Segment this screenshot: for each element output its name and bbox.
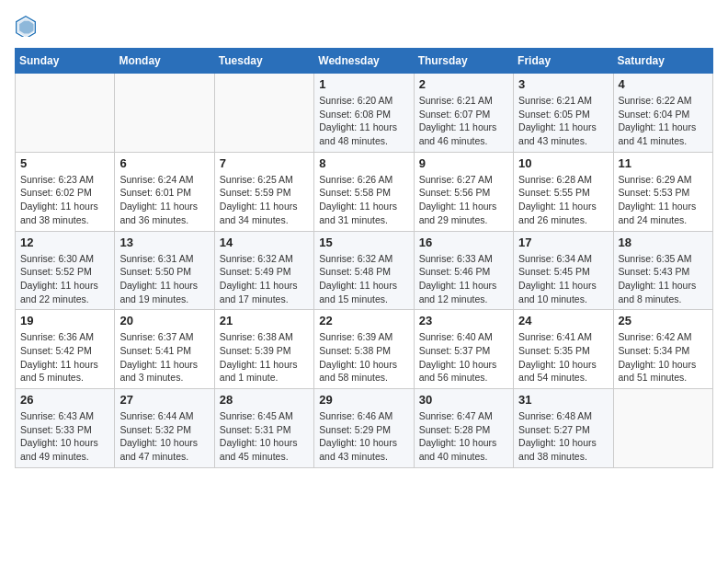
day-info: Sunrise: 6:20 AM Sunset: 6:08 PM Dayligh… xyxy=(319,94,408,148)
calendar-cell: 5Sunrise: 6:23 AM Sunset: 6:02 PM Daylig… xyxy=(16,152,115,231)
calendar-cell: 30Sunrise: 6:47 AM Sunset: 5:28 PM Dayli… xyxy=(414,389,513,468)
day-info: Sunrise: 6:46 AM Sunset: 5:29 PM Dayligh… xyxy=(319,409,408,464)
day-info: Sunrise: 6:47 AM Sunset: 5:28 PM Dayligh… xyxy=(419,409,508,464)
day-info: Sunrise: 6:24 AM Sunset: 6:01 PM Dayligh… xyxy=(119,173,209,227)
calendar-cell: 13Sunrise: 6:31 AM Sunset: 5:50 PM Dayli… xyxy=(115,231,214,310)
day-number: 16 xyxy=(419,236,508,249)
day-number: 8 xyxy=(319,156,408,170)
day-info: Sunrise: 6:44 AM Sunset: 5:32 PM Dayligh… xyxy=(119,409,209,464)
calendar-cell: 11Sunrise: 6:29 AM Sunset: 5:53 PM Dayli… xyxy=(613,152,712,231)
day-info: Sunrise: 6:31 AM Sunset: 5:50 PM Dayligh… xyxy=(119,252,209,306)
column-header-friday: Friday xyxy=(514,49,613,74)
calendar-cell: 26Sunrise: 6:43 AM Sunset: 5:33 PM Dayli… xyxy=(16,389,115,468)
day-number: 29 xyxy=(319,393,408,407)
day-number: 5 xyxy=(20,156,109,170)
day-info: Sunrise: 6:39 AM Sunset: 5:38 PM Dayligh… xyxy=(319,330,408,385)
day-info: Sunrise: 6:30 AM Sunset: 5:52 PM Dayligh… xyxy=(20,252,109,306)
day-number: 31 xyxy=(518,393,608,407)
calendar-table: SundayMondayTuesdayWednesdayThursdayFrid… xyxy=(15,48,713,468)
calendar-cell: 23Sunrise: 6:40 AM Sunset: 5:37 PM Dayli… xyxy=(414,310,513,389)
day-number: 20 xyxy=(119,314,209,327)
calendar-cell: 27Sunrise: 6:44 AM Sunset: 5:32 PM Dayli… xyxy=(115,389,214,468)
column-header-saturday: Saturday xyxy=(613,49,712,74)
calendar-week-row: 26Sunrise: 6:43 AM Sunset: 5:33 PM Dayli… xyxy=(16,389,713,468)
day-number: 2 xyxy=(419,77,508,91)
day-info: Sunrise: 6:21 AM Sunset: 6:07 PM Dayligh… xyxy=(419,94,508,148)
day-info: Sunrise: 6:32 AM Sunset: 5:48 PM Dayligh… xyxy=(319,252,408,306)
calendar-cell: 22Sunrise: 6:39 AM Sunset: 5:38 PM Dayli… xyxy=(314,310,414,389)
day-number: 1 xyxy=(319,77,408,91)
day-number: 12 xyxy=(20,236,109,249)
day-number: 10 xyxy=(518,156,608,170)
day-number: 13 xyxy=(119,236,209,249)
day-number: 6 xyxy=(119,156,209,170)
calendar-cell: 4Sunrise: 6:22 AM Sunset: 6:04 PM Daylig… xyxy=(613,74,712,153)
calendar-week-row: 12Sunrise: 6:30 AM Sunset: 5:52 PM Dayli… xyxy=(16,231,713,310)
day-number: 26 xyxy=(20,393,109,407)
column-header-wednesday: Wednesday xyxy=(314,49,414,74)
calendar-cell: 24Sunrise: 6:41 AM Sunset: 5:35 PM Dayli… xyxy=(514,310,613,389)
calendar-cell: 18Sunrise: 6:35 AM Sunset: 5:43 PM Dayli… xyxy=(613,231,712,310)
day-info: Sunrise: 6:32 AM Sunset: 5:49 PM Dayligh… xyxy=(220,252,309,306)
day-number: 19 xyxy=(20,314,109,327)
day-number: 18 xyxy=(619,236,708,249)
day-number: 7 xyxy=(220,156,309,170)
calendar-cell xyxy=(115,74,214,153)
day-info: Sunrise: 6:45 AM Sunset: 5:31 PM Dayligh… xyxy=(220,409,309,464)
day-info: Sunrise: 6:23 AM Sunset: 6:02 PM Dayligh… xyxy=(20,173,109,227)
day-number: 21 xyxy=(220,314,309,327)
column-header-tuesday: Tuesday xyxy=(214,49,313,74)
calendar-cell: 8Sunrise: 6:26 AM Sunset: 5:58 PM Daylig… xyxy=(314,152,414,231)
day-number: 25 xyxy=(619,314,708,327)
day-number: 15 xyxy=(319,236,408,249)
day-info: Sunrise: 6:37 AM Sunset: 5:41 PM Dayligh… xyxy=(119,330,209,385)
logo-icon xyxy=(15,15,37,37)
calendar-cell: 2Sunrise: 6:21 AM Sunset: 6:07 PM Daylig… xyxy=(414,74,513,153)
day-info: Sunrise: 6:36 AM Sunset: 5:42 PM Dayligh… xyxy=(20,330,109,385)
day-info: Sunrise: 6:34 AM Sunset: 5:45 PM Dayligh… xyxy=(518,252,608,306)
calendar-cell: 29Sunrise: 6:46 AM Sunset: 5:29 PM Dayli… xyxy=(314,389,414,468)
day-number: 11 xyxy=(619,156,708,170)
day-number: 9 xyxy=(419,156,508,170)
day-info: Sunrise: 6:22 AM Sunset: 6:04 PM Dayligh… xyxy=(619,94,708,148)
day-info: Sunrise: 6:43 AM Sunset: 5:33 PM Dayligh… xyxy=(20,409,109,464)
day-number: 28 xyxy=(220,393,309,407)
day-number: 30 xyxy=(419,393,508,407)
calendar-cell: 15Sunrise: 6:32 AM Sunset: 5:48 PM Dayli… xyxy=(314,231,414,310)
calendar-cell: 31Sunrise: 6:48 AM Sunset: 5:27 PM Dayli… xyxy=(514,389,613,468)
day-info: Sunrise: 6:41 AM Sunset: 5:35 PM Dayligh… xyxy=(518,330,608,385)
logo xyxy=(15,15,40,37)
day-number: 27 xyxy=(119,393,209,407)
day-info: Sunrise: 6:27 AM Sunset: 5:56 PM Dayligh… xyxy=(419,173,508,227)
calendar-cell: 1Sunrise: 6:20 AM Sunset: 6:08 PM Daylig… xyxy=(314,74,414,153)
day-number: 24 xyxy=(518,314,608,327)
calendar-cell: 16Sunrise: 6:33 AM Sunset: 5:46 PM Dayli… xyxy=(414,231,513,310)
calendar-cell: 3Sunrise: 6:21 AM Sunset: 6:05 PM Daylig… xyxy=(514,74,613,153)
day-number: 14 xyxy=(220,236,309,249)
day-info: Sunrise: 6:42 AM Sunset: 5:34 PM Dayligh… xyxy=(619,330,708,385)
calendar-week-row: 5Sunrise: 6:23 AM Sunset: 6:02 PM Daylig… xyxy=(16,152,713,231)
calendar-header-row: SundayMondayTuesdayWednesdayThursdayFrid… xyxy=(16,49,713,74)
calendar-cell: 21Sunrise: 6:38 AM Sunset: 5:39 PM Dayli… xyxy=(214,310,313,389)
day-info: Sunrise: 6:40 AM Sunset: 5:37 PM Dayligh… xyxy=(419,330,508,385)
day-number: 4 xyxy=(619,77,708,91)
day-info: Sunrise: 6:48 AM Sunset: 5:27 PM Dayligh… xyxy=(518,409,608,464)
calendar-week-row: 19Sunrise: 6:36 AM Sunset: 5:42 PM Dayli… xyxy=(16,310,713,389)
calendar-cell: 12Sunrise: 6:30 AM Sunset: 5:52 PM Dayli… xyxy=(16,231,115,310)
day-info: Sunrise: 6:26 AM Sunset: 5:58 PM Dayligh… xyxy=(319,173,408,227)
calendar-cell xyxy=(16,74,115,153)
day-info: Sunrise: 6:38 AM Sunset: 5:39 PM Dayligh… xyxy=(220,330,309,385)
column-header-sunday: Sunday xyxy=(16,49,115,74)
column-header-thursday: Thursday xyxy=(414,49,513,74)
calendar-cell: 28Sunrise: 6:45 AM Sunset: 5:31 PM Dayli… xyxy=(214,389,313,468)
calendar-cell: 17Sunrise: 6:34 AM Sunset: 5:45 PM Dayli… xyxy=(514,231,613,310)
day-number: 22 xyxy=(319,314,408,327)
calendar-cell: 19Sunrise: 6:36 AM Sunset: 5:42 PM Dayli… xyxy=(16,310,115,389)
calendar-cell: 7Sunrise: 6:25 AM Sunset: 5:59 PM Daylig… xyxy=(214,152,313,231)
column-header-monday: Monday xyxy=(115,49,214,74)
calendar-week-row: 1Sunrise: 6:20 AM Sunset: 6:08 PM Daylig… xyxy=(16,74,713,153)
day-info: Sunrise: 6:25 AM Sunset: 5:59 PM Dayligh… xyxy=(220,173,309,227)
calendar-cell: 20Sunrise: 6:37 AM Sunset: 5:41 PM Dayli… xyxy=(115,310,214,389)
calendar-cell xyxy=(214,74,313,153)
day-info: Sunrise: 6:35 AM Sunset: 5:43 PM Dayligh… xyxy=(619,252,708,306)
